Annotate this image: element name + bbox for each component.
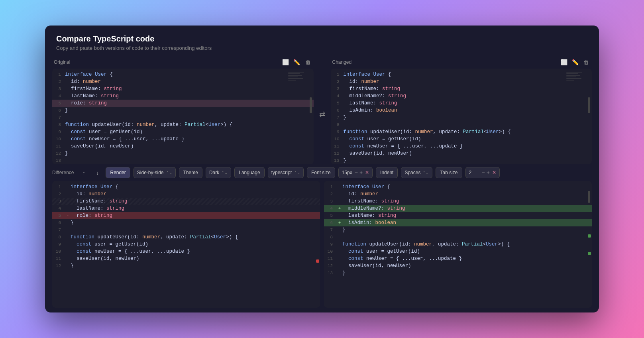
code-text xyxy=(65,114,69,121)
line-number: 12 xyxy=(52,262,65,269)
svg-rect-4 xyxy=(288,78,303,79)
code-text: saveUser(id, newUser) xyxy=(71,255,143,262)
language-arrow: ⌃⌄ xyxy=(294,171,300,175)
diff-marker xyxy=(65,226,71,234)
copy-icon-changed[interactable]: ⬜ xyxy=(560,58,568,66)
svg-rect-3 xyxy=(288,77,298,77)
diff-marker xyxy=(337,262,342,269)
code-text: id: number xyxy=(344,78,383,85)
next-diff-button[interactable]: ↓ xyxy=(92,167,102,178)
delete-icon-changed[interactable]: 🗑 xyxy=(582,58,590,66)
diff-marker xyxy=(337,183,342,191)
prev-diff-button[interactable]: ↑ xyxy=(79,167,89,178)
language-select[interactable]: typescript ⌃⌄ xyxy=(268,167,304,178)
code-text: firstName: string xyxy=(344,85,404,92)
indent-arrow: ⌃⌄ xyxy=(422,171,429,175)
theme-arrow: ⌃⌄ xyxy=(221,171,228,175)
line-number: 12 xyxy=(324,262,337,269)
font-increase-button[interactable]: + xyxy=(359,170,363,175)
svg-rect-8 xyxy=(566,75,580,76)
page-title: Compare TypeScript code xyxy=(56,34,588,43)
line-number: 6 xyxy=(52,107,65,114)
delete-icon[interactable]: 🗑 xyxy=(304,58,312,66)
original-editor-panel: Original ⬜ ✏️ 🗑 1interface User {2 id: n… xyxy=(52,57,314,164)
toolbar-row: Difference ↑ ↓ Render Side-by-side ⌃⌄ Th… xyxy=(45,164,599,181)
diff-right-scrollbar[interactable] xyxy=(588,191,590,203)
code-text xyxy=(344,121,348,128)
line-number: 9 xyxy=(331,128,344,136)
diff-right-panel[interactable]: 1interface User {2 id: number3 firstName… xyxy=(324,181,592,308)
line-number: 10 xyxy=(52,136,65,143)
code-text: function updateUser(id: number, update: … xyxy=(344,128,515,136)
code-text: isAdmin: boolean xyxy=(344,107,401,114)
code-text xyxy=(65,157,69,164)
line-number: 12 xyxy=(52,150,65,157)
original-label: Original xyxy=(54,59,70,65)
font-size-value: 15px xyxy=(342,170,353,175)
code-text: } xyxy=(344,157,351,164)
tab-decrease-button[interactable]: − xyxy=(482,170,485,175)
diff-marker xyxy=(65,198,71,205)
code-text xyxy=(71,226,75,234)
changed-code-content: 1interface User {2 id: number3 firstName… xyxy=(331,69,592,164)
changed-scroll-indicator[interactable] xyxy=(588,97,590,113)
tab-increase-button[interactable]: + xyxy=(487,170,490,175)
diff-marker: + xyxy=(337,205,342,212)
diff-marker xyxy=(337,191,342,198)
copy-icon[interactable]: ⬜ xyxy=(282,58,290,66)
diff-marker xyxy=(337,198,342,205)
code-text: lastName: string xyxy=(71,205,128,212)
code-text: const user = getUser(id) xyxy=(344,136,425,143)
theme-select[interactable]: Dark ⌃⌄ xyxy=(206,167,231,178)
line-number: 9 xyxy=(324,241,337,248)
edit-icon-changed[interactable]: ✏️ xyxy=(571,58,579,66)
line-number: 6 xyxy=(52,219,65,226)
diff-marker xyxy=(65,205,71,212)
line-number: 2 xyxy=(52,78,65,85)
diff-marker xyxy=(65,255,71,262)
render-mode-select[interactable]: Side-by-side ⌃⌄ xyxy=(134,167,176,178)
swap-button[interactable]: ⇄ xyxy=(318,108,327,120)
changed-icons: ⬜ ✏️ 🗑 xyxy=(560,58,590,66)
tab-reset-button[interactable]: ✕ xyxy=(492,170,496,175)
svg-rect-10 xyxy=(566,78,581,79)
line-number: 4 xyxy=(324,205,337,212)
line-number: 3 xyxy=(52,85,65,92)
line-number: 5 xyxy=(331,100,344,107)
svg-rect-6 xyxy=(566,72,582,73)
code-text: saveUser(id, newUser) xyxy=(342,262,415,269)
render-mode-arrow: ⌃⌄ xyxy=(166,171,172,175)
code-text: } xyxy=(71,262,78,269)
diff-marker xyxy=(65,219,71,226)
code-text: function updateUser(id: number, update: … xyxy=(342,241,514,248)
original-icons: ⬜ ✏️ 🗑 xyxy=(282,58,312,66)
diff-left-panel[interactable]: 1interface User {2 id: number3 firstName… xyxy=(52,181,320,308)
code-text: firstName: string xyxy=(65,85,126,92)
line-number: 3 xyxy=(331,85,344,92)
code-text: isAdmin: boolean xyxy=(342,219,400,226)
changed-editor-panel: Changed ⬜ ✏️ 🗑 1interface User {2 id: nu… xyxy=(331,57,592,164)
line-number: 1 xyxy=(52,183,65,191)
code-text: interface User { xyxy=(71,183,122,191)
code-text: role: string xyxy=(71,212,116,219)
changed-code-editor[interactable]: 1interface User {2 id: number3 firstName… xyxy=(331,69,592,164)
code-text: } xyxy=(342,226,349,234)
diff-marker xyxy=(337,226,342,234)
edit-icon[interactable]: ✏️ xyxy=(293,58,301,66)
render-button[interactable]: Render xyxy=(106,167,130,178)
font-reset-button[interactable]: ✕ xyxy=(365,170,369,175)
line-number: 8 xyxy=(331,121,344,128)
line-number: 1 xyxy=(331,71,344,78)
line-number: 7 xyxy=(52,226,65,234)
original-scroll-indicator[interactable] xyxy=(310,97,312,113)
svg-rect-2 xyxy=(288,75,302,76)
code-text: } xyxy=(342,269,349,277)
line-number: 11 xyxy=(52,255,65,262)
diff-marker xyxy=(337,269,342,277)
indent-select[interactable]: Spaces ⌃⌄ xyxy=(401,167,432,178)
code-text: firstName: string xyxy=(71,198,132,205)
line-number: 7 xyxy=(324,226,337,234)
original-code-editor[interactable]: 1interface User {2 id: number3 firstName… xyxy=(52,69,314,164)
font-decrease-button[interactable]: − xyxy=(355,170,358,175)
diff-marker xyxy=(337,241,342,248)
